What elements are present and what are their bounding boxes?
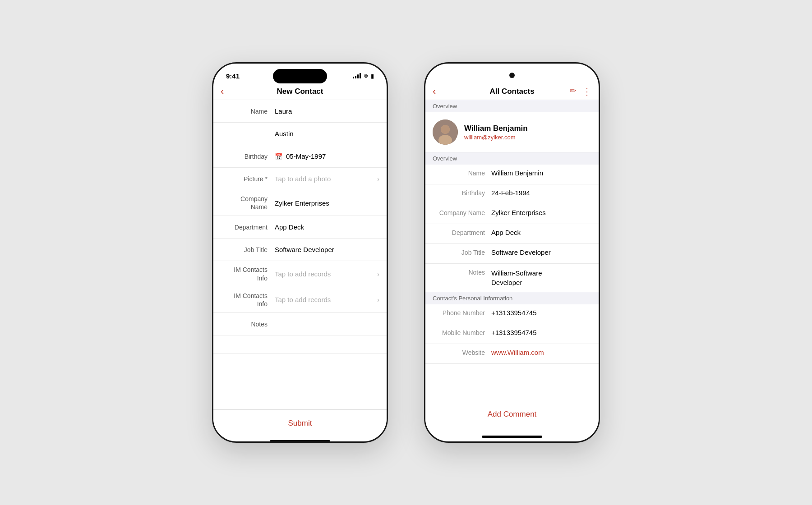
value-im1[interactable]: Tap to add records <box>275 270 374 278</box>
dv-dept: App Deck <box>491 229 591 236</box>
dl-phone: Phone Number <box>433 309 491 317</box>
calendar-icon: 📅 <box>275 153 282 160</box>
signal-icon <box>353 73 361 78</box>
detail-row-jobtitle: Job Title Software Developer <box>425 244 599 264</box>
value-company[interactable]: Zylker Enterprises <box>275 199 379 207</box>
phone2-all-contacts: ‹ All Contacts ✏ ⋮ Overview William Benj… <box>424 62 600 443</box>
phone1-new-contact: 9:41 ⊜ ▮ ‹ New Contact <box>212 62 388 443</box>
contact-email[interactable]: william@zylker.com <box>464 134 528 141</box>
dv-notes: William-SoftwareDeveloper <box>491 268 591 287</box>
form-row-company[interactable]: CompanyName Zylker Enterprises <box>213 190 387 216</box>
status-bar: 9:41 ⊜ ▮ <box>213 64 387 83</box>
submit-button[interactable]: Submit <box>288 419 312 428</box>
contact-name: William Benjamin <box>464 124 528 133</box>
dl-notes: Notes <box>433 268 491 276</box>
contact-header: William Benjamin william@zylker.com <box>425 112 599 152</box>
label-picture: Picture * <box>221 175 275 183</box>
detail-row-website: Website www.William.com <box>425 344 599 364</box>
status-bar2 <box>425 64 599 83</box>
value-lastname[interactable]: Austin <box>275 130 379 138</box>
dl-dept: Department <box>433 229 491 236</box>
label-im2: IM ContactsInfo <box>221 292 275 308</box>
form-row-jobtitle[interactable]: Job Title Software Developer <box>213 239 387 261</box>
detail-row-company: Company Name Zylker Enterprises <box>425 204 599 224</box>
add-comment-bar: Add Comment <box>425 402 599 426</box>
section-header-2: Overview <box>425 152 599 165</box>
dv-jobtitle: Software Developer <box>491 248 591 256</box>
form-row-im1[interactable]: IM ContactsInfo Tap to add records › <box>213 261 387 287</box>
edit-icon[interactable]: ✏ <box>570 86 576 97</box>
add-comment-button[interactable]: Add Comment <box>488 410 537 419</box>
dl-birthday: Birthday <box>433 189 491 197</box>
label-jobtitle: Job Title <box>221 246 275 253</box>
dl-company: Company Name <box>433 209 491 216</box>
chevron-icon-im1: › <box>377 271 379 278</box>
wifi-icon: ⊜ <box>364 73 368 79</box>
nav-right-icons: ✏ ⋮ <box>570 86 591 97</box>
label-company: CompanyName <box>221 195 275 211</box>
detail-row-phone: Phone Number +13133954745 <box>425 304 599 324</box>
form-row-lastname[interactable]: Austin <box>213 123 387 145</box>
dl-mobile: Mobile Number <box>433 329 491 336</box>
value-picture[interactable]: Tap to add a photo <box>275 175 374 183</box>
value-department[interactable]: App Deck <box>275 223 379 231</box>
detail-row-birthday: Birthday 24-Feb-1994 <box>425 184 599 204</box>
chevron-icon: › <box>377 175 379 183</box>
dv-birthday: 24-Feb-1994 <box>491 189 591 197</box>
back-button2[interactable]: ‹ <box>433 86 436 97</box>
home-indicator2 <box>482 436 542 438</box>
section-header-1: Overview <box>425 100 599 112</box>
back-button[interactable]: ‹ <box>221 86 224 97</box>
dv-company: Zylker Enterprises <box>491 209 591 216</box>
section-header-3: Contact's Personal Information <box>425 292 599 304</box>
detail-row-mobile: Mobile Number +13133954745 <box>425 324 599 344</box>
nav-bar2: ‹ All Contacts ✏ ⋮ <box>425 83 599 100</box>
form-row-department[interactable]: Department App Deck <box>213 216 387 239</box>
label-notes: Notes <box>221 321 275 328</box>
status-time: 9:41 <box>226 72 240 80</box>
dv-mobile: +13133954745 <box>491 329 591 336</box>
value-birthday[interactable]: 05-May-1997 <box>286 152 379 160</box>
form-row-im2[interactable]: IM ContactsInfo Tap to add records › <box>213 287 387 313</box>
dv-name: William Benjamin <box>491 169 591 177</box>
status-icons: ⊜ ▮ <box>353 73 374 79</box>
submit-bar: Submit <box>213 409 387 436</box>
value-im2[interactable]: Tap to add records <box>275 296 374 303</box>
detail-row-notes: Notes William-SoftwareDeveloper <box>425 264 599 292</box>
battery-icon: ▮ <box>371 73 374 79</box>
label-birthday: Birthday <box>221 153 275 160</box>
dl-jobtitle: Job Title <box>433 248 491 256</box>
label-department: Department <box>221 224 275 231</box>
dv-phone: +13133954745 <box>491 309 591 317</box>
dl-name: Name <box>433 169 491 177</box>
value-name[interactable]: Laura <box>275 107 379 115</box>
camera-dot <box>509 73 515 78</box>
dv-website[interactable]: www.William.com <box>491 349 591 356</box>
form-row-picture[interactable]: Picture * Tap to add a photo › <box>213 168 387 190</box>
form-row-notes[interactable]: Notes <box>213 313 387 335</box>
label-im1: IM ContactsInfo <box>221 266 275 282</box>
chevron-icon-im2: › <box>377 296 379 303</box>
svg-point-3 <box>441 125 450 134</box>
dl-website: Website <box>433 349 491 356</box>
detail-row-dept: Department App Deck <box>425 224 599 244</box>
avatar <box>433 119 458 145</box>
more-icon[interactable]: ⋮ <box>582 86 591 97</box>
new-contact-form: Name Laura Austin Birthday 📅 05-May-1997… <box>213 100 387 409</box>
value-jobtitle[interactable]: Software Developer <box>275 246 379 253</box>
avatar-svg <box>433 119 458 145</box>
form-row-birthday[interactable]: Birthday 📅 05-May-1997 <box>213 145 387 168</box>
nav-title: New Contact <box>277 87 323 96</box>
home-indicator <box>270 440 330 442</box>
form-row-name[interactable]: Name Laura <box>213 100 387 123</box>
label-name: Name <box>221 108 275 115</box>
detail-row-name: Name William Benjamin <box>425 165 599 184</box>
nav-title2: All Contacts <box>489 87 534 96</box>
contact-name-block: William Benjamin william@zylker.com <box>464 124 528 141</box>
nav-bar: ‹ New Contact <box>213 83 387 100</box>
